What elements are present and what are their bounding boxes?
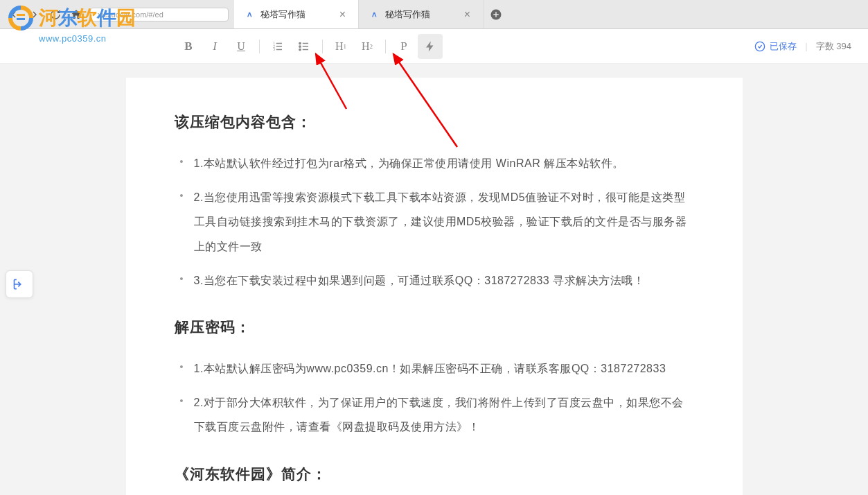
list-2: 1.本站默认解压密码为www.pc0359.cn！如果解压密码不正确，请联系客服…: [175, 356, 694, 440]
logout-icon: [12, 277, 26, 291]
tab-favicon: ᴧ: [369, 9, 380, 20]
heading-2: 解压密码：: [175, 318, 694, 337]
svg-point-12: [299, 49, 301, 50]
svg-text:3: 3: [273, 47, 275, 51]
flash-button[interactable]: [418, 34, 443, 59]
list-item: 2.当您使用迅雷等搜索资源模式下载工具下载本站资源，发现MD5值验证不对时，很可…: [194, 185, 694, 259]
nav-controls: [0, 6, 90, 23]
tab-close-button[interactable]: ×: [461, 8, 473, 21]
tab-2[interactable]: ᴧ 秘塔写作猫 ×: [359, 0, 484, 28]
word-count: 字数 394: [816, 40, 851, 53]
editor-area: 该压缩包内容包含： 1.本站默认软件经过打包为rar格式，为确保正常使用请使用 …: [0, 64, 868, 495]
reload-button[interactable]: [47, 6, 64, 23]
svg-point-11: [299, 45, 301, 46]
sidebar-toggle-button[interactable]: [6, 270, 33, 298]
formatting-tools: B I U 123 H1 H2 P: [176, 34, 443, 59]
list-item: 1.本站默认软件经过打包为rar格式，为确保正常使用请使用 WinRAR 解压本…: [194, 151, 694, 175]
h2-button[interactable]: H2: [355, 34, 380, 59]
divider: [385, 40, 386, 53]
tab-1[interactable]: ᴧ 秘塔写作猫 ×: [234, 0, 359, 28]
tabs-container: ᴧ 秘塔写作猫 × ᴧ 秘塔写作猫 ×: [234, 0, 508, 28]
italic-button[interactable]: I: [202, 34, 227, 59]
list-item: 3.当您在下载安装过程中如果遇到问题，可通过联系QQ：3187272833 寻求…: [194, 268, 694, 293]
editor-toolbar: B I U 123 H1 H2 P 已保存 | 字数 394: [0, 29, 868, 64]
list-item: 2.对于部分大体积软件，为了保证用户的下载速度，我们将附件上传到了百度云盘中，如…: [194, 390, 694, 439]
paragraph-button[interactable]: P: [391, 34, 416, 59]
tab-title: 秘塔写作猫: [385, 8, 430, 21]
check-circle-icon: [754, 41, 765, 52]
svg-point-13: [756, 42, 765, 51]
unordered-list-button[interactable]: [292, 34, 317, 59]
list-item: 1.本站默认解压密码为www.pc0359.cn！如果解压密码不正确，请联系客服…: [194, 356, 694, 381]
underline-button[interactable]: U: [229, 34, 254, 59]
browser-tab-bar: xiezuocat.com/#/ed ᴧ 秘塔写作猫 × ᴧ 秘塔写作猫 ×: [0, 0, 868, 29]
separator: |: [805, 41, 807, 51]
url-bar[interactable]: xiezuocat.com/#/ed: [90, 8, 229, 21]
tab-close-button[interactable]: ×: [337, 8, 348, 21]
new-tab-button[interactable]: [484, 0, 508, 28]
saved-status: 已保存: [754, 40, 797, 53]
heading-1: 该压缩包内容包含：: [175, 112, 694, 132]
svg-point-10: [299, 42, 301, 44]
h1-button[interactable]: H1: [328, 34, 353, 59]
home-button[interactable]: [68, 6, 85, 23]
list-1: 1.本站默认软件经过打包为rar格式，为确保正常使用请使用 WinRAR 解压本…: [175, 151, 694, 293]
document-body[interactable]: 该压缩包内容包含： 1.本站默认软件经过打包为rar格式，为确保正常使用请使用 …: [126, 78, 743, 495]
bold-button[interactable]: B: [176, 34, 201, 59]
status-area: 已保存 | 字数 394: [754, 40, 851, 53]
tab-title: 秘塔写作猫: [260, 8, 305, 21]
divider: [259, 40, 260, 53]
back-button[interactable]: [6, 6, 22, 23]
heading-3: 《河东软件园》简介：: [175, 464, 694, 484]
divider: [322, 40, 323, 53]
forward-button[interactable]: [26, 6, 43, 23]
tab-favicon: ᴧ: [244, 9, 255, 20]
ordered-list-button[interactable]: 123: [265, 34, 290, 59]
